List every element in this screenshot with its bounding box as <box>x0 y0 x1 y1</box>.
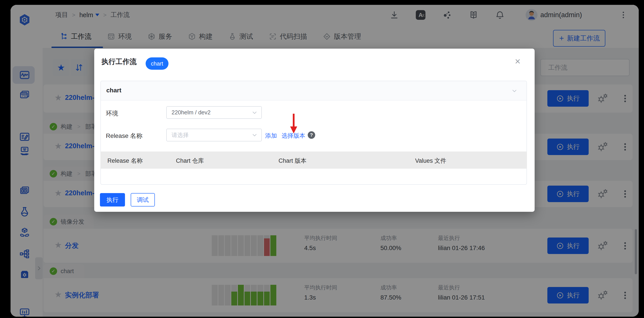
modal-title: 执行工作流 <box>102 57 136 67</box>
help-icon[interactable]: ? <box>308 131 315 139</box>
table-header-cell: Values 文件 <box>415 157 446 165</box>
env-value: 220helm / dev2 <box>172 109 211 116</box>
chevron-down-icon <box>252 132 258 138</box>
run-workflow-modal: 执行工作流 chart × chart 环境 220helm / dev2 Re… <box>94 49 534 212</box>
modal-debug-button[interactable]: 调试 <box>131 193 155 207</box>
table-header-cell: Chart 仓库 <box>176 157 204 165</box>
release-placeholder: 请选择 <box>172 131 189 139</box>
table-header-cell: Chart 版本 <box>278 157 306 165</box>
chevron-down-icon <box>252 110 258 115</box>
env-label: 环境 <box>106 109 118 118</box>
release-name-select[interactable]: 请选择 <box>166 129 262 141</box>
section-header[interactable]: chart <box>101 81 526 100</box>
app-window: 项目 > helm > 工作流 A文 admin(admin) <box>10 5 639 317</box>
section-title: chart <box>106 87 121 94</box>
env-select[interactable]: 220helm / dev2 <box>166 106 262 119</box>
chevron-down-icon <box>512 88 517 94</box>
close-icon[interactable]: × <box>515 57 520 66</box>
workflow-badge: chart <box>146 57 168 70</box>
release-table-header: Release 名称 Chart 仓库 Chart 版本 Values 文件 <box>100 151 527 169</box>
add-link[interactable]: 添加 <box>265 132 277 140</box>
annotation-arrow-icon <box>289 114 298 134</box>
release-name-label: Release 名称 <box>106 132 142 140</box>
table-header-cell: Release 名称 <box>108 157 143 165</box>
modal-run-button[interactable]: 执行 <box>100 193 125 207</box>
